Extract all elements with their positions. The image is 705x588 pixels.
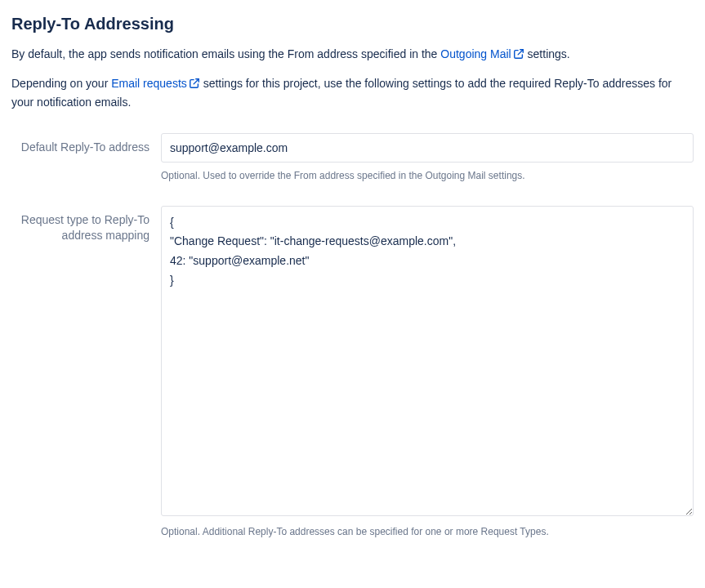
intro-paragraph-2: Depending on your Email requests setting… <box>11 75 694 110</box>
intro-text: settings. <box>524 47 570 60</box>
external-link-icon <box>189 77 200 93</box>
intro-paragraph-1: By default, the app sends notification e… <box>11 46 694 64</box>
section-title: Reply-To Addressing <box>11 13 694 34</box>
default-reply-to-input[interactable] <box>161 133 694 163</box>
mapping-label: Request type to Reply-To address mapping <box>11 206 161 244</box>
default-reply-to-help: Optional. Used to override the From addr… <box>161 169 694 183</box>
form-area: Default Reply-To address Optional. Used … <box>11 133 694 539</box>
intro-text: By default, the app sends notification e… <box>11 47 440 60</box>
mapping-help: Optional. Additional Reply-To addresses … <box>161 525 694 539</box>
default-reply-to-label: Default Reply-To address <box>11 133 161 156</box>
default-reply-to-control: Optional. Used to override the From addr… <box>161 133 694 183</box>
mapping-textarea[interactable] <box>161 206 694 516</box>
mapping-row: Request type to Reply-To address mapping… <box>11 206 694 539</box>
link-text: Email requests <box>111 77 187 90</box>
outgoing-mail-link[interactable]: Outgoing Mail <box>440 47 524 60</box>
default-reply-to-row: Default Reply-To address Optional. Used … <box>11 133 694 183</box>
mapping-control: Optional. Additional Reply-To addresses … <box>161 206 694 539</box>
link-text: Outgoing Mail <box>440 47 511 60</box>
email-requests-link[interactable]: Email requests <box>111 77 200 90</box>
intro-text: Depending on your <box>11 77 111 90</box>
external-link-icon <box>513 47 524 64</box>
